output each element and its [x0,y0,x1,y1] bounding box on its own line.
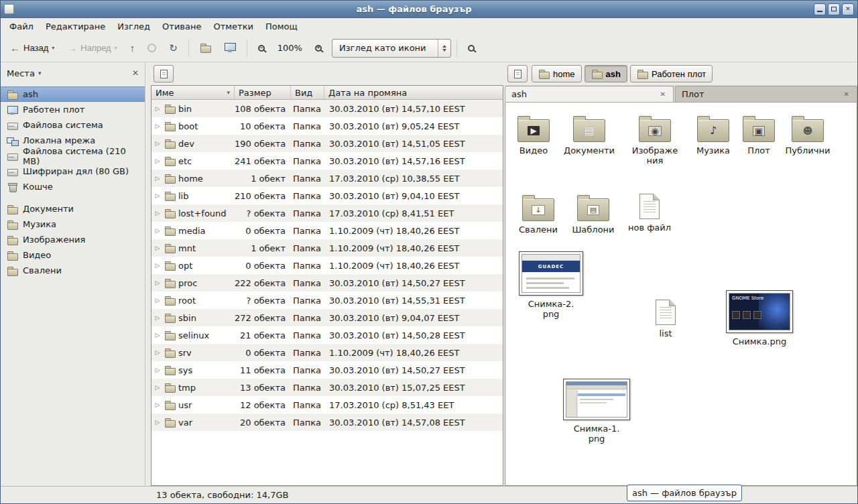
icon-item-public[interactable]: Публични [781,115,835,155]
expander-icon[interactable]: ▷ [154,419,162,426]
tree-row[interactable]: ▷ lib 210 обекта Папка 30.03.2010 (вт) 9… [151,187,503,204]
places-item[interactable]: Музика [1,216,145,232]
expander-icon[interactable]: ▷ [154,367,162,373]
places-item[interactable]: Файлова система [1,117,145,133]
column-header-name[interactable]: Име▾ [151,86,235,100]
places-item[interactable]: Файлова система (210 MB) [1,148,145,164]
tree-row[interactable]: ▷ mnt 1 обект Папка 1.10.2009 (чт) 18,40… [151,239,503,257]
menu-item[interactable]: Редактиране [40,18,111,34]
icon-item-desktop[interactable]: Плот [732,115,786,155]
icon-item-snimka-1[interactable]: Снимка-1.png [560,379,633,444]
tree-row[interactable]: ▷ usr 12 обекта Папка 17.03.2010 (ср) 8,… [151,396,503,414]
search-button[interactable] [463,38,480,59]
tree-row[interactable]: ▷ home 1 обект Папка 17.03.2010 (ср) 10,… [151,170,503,187]
zoom-out-button[interactable]: − [253,38,270,59]
expander-icon[interactable]: ▷ [154,332,162,338]
expander-icon[interactable]: ▷ [154,140,162,147]
tree-row[interactable]: ▷ opt 0 обекта Папка 1.10.2009 (чт) 18,4… [151,257,503,274]
tree-row[interactable]: ▷ sbin 272 обекта Папка 30.03.2010 (вт) … [151,309,503,326]
places-item[interactable]: Изображения [1,232,145,247]
column-header-date[interactable]: Дата на промяна [324,86,503,100]
pathbar-button[interactable]: ash [585,65,627,82]
tab-ash[interactable]: ash ✕ [505,86,674,102]
expander-icon[interactable]: ▷ [154,279,162,286]
column-header-type[interactable]: Вид [291,86,324,100]
places-item[interactable]: Документи [1,201,145,216]
back-button[interactable]: ← Назад ▾ [5,38,60,59]
expander-icon[interactable]: ▷ [154,192,162,199]
tree-row[interactable]: ▷ lost+found ? обекта Папка 17.03.2010 (… [151,204,503,222]
tree-row[interactable]: ▷ var 20 обекта Папка 30.03.2010 (вт) 14… [151,414,503,431]
pathbar-button[interactable]: home [532,65,582,82]
tab-close-icon[interactable]: ✕ [659,90,667,98]
menu-item[interactable]: Отметки [207,18,259,34]
tree-row[interactable]: ▷ media 0 обекта Папка 1.10.2009 (чт) 18… [151,222,503,239]
tab-plot[interactable]: Плот ✕ [675,86,857,102]
pane-toggle-button[interactable] [507,65,528,82]
places-item[interactable]: Видео [1,247,145,263]
expander-icon[interactable]: ▷ [154,175,162,182]
tree-row[interactable]: ▷ proc 222 обекта Папка 30.03.2010 (вт) … [151,274,503,292]
menu-item[interactable]: Помощ [259,18,304,34]
icon-item-documents[interactable]: Документи [562,115,616,155]
icon-item-downloads[interactable]: Свалени [511,194,565,235]
tree-row[interactable]: ▷ dev 190 обекта Папка 30.03.2010 (вт) 1… [151,135,503,152]
expander-icon[interactable]: ▷ [154,314,162,321]
pathbar-button[interactable]: Работен плот [630,65,713,82]
icon-item-templates[interactable]: Шаблони [566,194,620,235]
home-button[interactable] [194,38,217,59]
expander-icon[interactable]: ▷ [154,105,162,112]
maximize-button[interactable] [828,3,840,15]
close-button[interactable]: ✕ [842,3,854,15]
column-header-size[interactable]: Размер [235,86,291,100]
tree-row[interactable]: ▷ tmp 13 обекта Папка 30.03.2010 (вт) 15… [151,379,503,396]
icon-item-list[interactable]: list [639,298,692,338]
expander-icon[interactable]: ▷ [154,123,162,129]
expander-icon[interactable]: ▷ [154,349,162,356]
places-item[interactable]: Шифриран дял (80 GB) [1,164,145,179]
expander-icon[interactable]: ▷ [154,297,162,304]
expander-icon[interactable]: ▷ [154,401,162,408]
forward-button[interactable]: → Напред ▾ [62,38,122,59]
up-button[interactable]: ↑ [125,38,141,59]
tree-row[interactable]: ▷ bin 108 обекта Папка 30.03.2010 (вт) 1… [151,100,503,117]
icon-item-new-file[interactable]: нов файл [623,192,676,233]
expander-icon[interactable]: ▷ [154,227,162,234]
tree-row[interactable]: ▷ root ? обекта Папка 30.03.2010 (вт) 14… [151,292,503,309]
tree-row[interactable]: ▷ etc 241 обекта Папка 30.03.2010 (вт) 1… [151,152,503,170]
stop-button[interactable] [142,38,162,59]
zoom-in-button[interactable]: + [310,38,327,59]
computer-button[interactable] [219,38,241,59]
icon-item-snimka[interactable]: GNOME Store Снимка.png [723,290,796,346]
menu-item[interactable]: Изглед [111,18,156,34]
titlebar[interactable]: ash — файлов браузър ✕ [1,1,857,18]
tree-row[interactable]: ▷ selinux 21 обекта Папка 30.03.2010 (вт… [151,326,503,344]
icon-item-pictures[interactable]: Изображения [628,115,682,166]
folder-icon [164,191,176,201]
place-icon [7,265,19,276]
reload-button[interactable]: ↻ [164,38,183,59]
expander-icon[interactable]: ▷ [154,158,162,164]
places-item[interactable]: Свалени [1,263,145,278]
menu-item[interactable]: Файл [3,18,40,34]
expander-icon[interactable]: ▷ [154,384,162,391]
places-item[interactable]: Работен плот [1,102,145,117]
folder-icon [164,121,176,131]
places-item[interactable]: ash [1,86,145,102]
tab-close-icon[interactable]: ✕ [843,90,851,98]
icon-item-video[interactable]: Видео [507,115,560,155]
tree-row[interactable]: ▷ sys 11 обекта Папка 30.03.2010 (вт) 14… [151,361,503,379]
sidebar-mode-dropdown-icon[interactable]: ▾ [38,70,42,76]
tree-row[interactable]: ▷ srv 0 обекта Папка 1.10.2009 (чт) 18,4… [151,344,503,361]
expander-icon[interactable]: ▷ [154,210,162,216]
minimize-button[interactable] [814,3,826,15]
menu-item[interactable]: Отиване [156,18,207,34]
tree-row[interactable]: ▷ boot 10 обекта Папка 30.03.2010 (вт) 9… [151,117,503,135]
pane-toggle-button[interactable] [154,65,174,82]
expander-icon[interactable]: ▷ [154,262,162,269]
expander-icon[interactable]: ▷ [154,245,162,251]
icon-item-snimka-2[interactable]: GUADEC Снимка-2.png [516,251,586,319]
view-mode-dropdown[interactable]: Изглед като икони [332,39,451,58]
places-item[interactable]: Кошче [1,179,145,194]
sidebar-close-button[interactable]: ✕ [132,68,139,78]
